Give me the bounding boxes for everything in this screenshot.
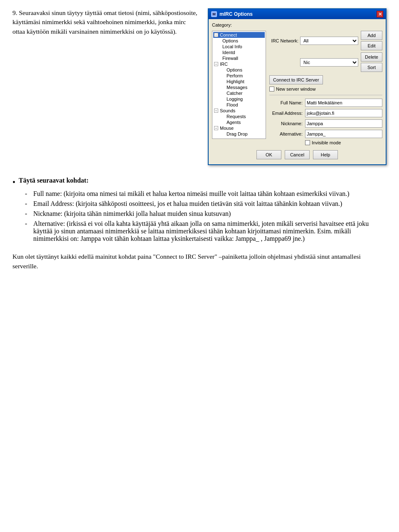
delete-button[interactable]: Delete <box>361 52 382 62</box>
expand-icon-sounds: − <box>214 109 218 113</box>
connect-irc-button[interactable]: Connect to IRC Server <box>269 75 323 84</box>
fullname-input[interactable] <box>305 99 382 107</box>
tree-item-flood[interactable]: Flood <box>213 102 265 108</box>
tree-item-logging[interactable]: Logging <box>213 96 265 102</box>
final-paragraph: Kun olet täyttänyt kaikki edellä mainitu… <box>12 252 387 271</box>
intro-text: Seuraavaksi sinun täytyy täyttää omat ti… <box>12 9 197 35</box>
bullet-section: • Täytä seuraavat kohdat: - Full name: (… <box>12 177 387 245</box>
invisible-checkbox[interactable] <box>305 140 310 145</box>
alternative-input[interactable] <box>305 130 382 138</box>
expand-icon-mouse: − <box>214 126 218 130</box>
main-area: − Connect Options Local Info Identd Fire… <box>212 31 382 145</box>
dash-item-fullname: - Full name: (kirjoita oma nimesi tai mi… <box>25 190 387 198</box>
dialog-footer: OK Cancel Help <box>212 148 382 161</box>
bullet-title-text: Täytä seuraavat kohdat: <box>19 177 387 184</box>
divider1 <box>269 95 382 95</box>
dash-marker-2: - <box>25 210 30 218</box>
top-buttons: Add Edit <box>361 31 382 50</box>
intro-paragraph: 9. Seuraavaksi sinun täytyy täyttää omat… <box>12 8 200 36</box>
right-panel: IRC Network: All Add Edit <box>269 31 382 145</box>
dash-text-2: Nickname: (kirjoita tähän nimimerkki jol… <box>33 210 231 218</box>
irc-network-label: IRC Network: <box>269 38 298 43</box>
tree-item-perform[interactable]: Perform <box>213 73 265 79</box>
tree-item-dragdrop[interactable]: Drag Drop <box>213 131 265 137</box>
tree-item-highlight[interactable]: Highlight <box>213 79 265 84</box>
add-button[interactable]: Add <box>361 31 382 40</box>
tree-item-requests[interactable]: Requests <box>213 114 265 119</box>
page-number: 9. <box>12 9 17 16</box>
nickname-row: Nickname: <box>269 119 382 128</box>
bullet-marker: • <box>12 177 15 188</box>
edit-button[interactable]: Edit <box>361 41 382 50</box>
close-button[interactable]: ✕ <box>377 11 383 17</box>
tree-item-identd[interactable]: Identd <box>213 49 265 55</box>
bullet-title-row: • Täytä seuraavat kohdat: <box>12 177 387 188</box>
dash-text-1: Email Address: (kirjoita sähköposti osoi… <box>33 200 342 208</box>
help-button[interactable]: Help <box>313 150 338 159</box>
dialog-title: mIRC Options <box>219 11 253 17</box>
nic-select[interactable]: Nic <box>300 58 358 67</box>
sort-button[interactable]: Sort <box>361 63 382 72</box>
dash-list: - Full name: (kirjoita oma nimesi tai mi… <box>25 190 387 242</box>
irc-network-row: IRC Network: All Add Edit <box>269 31 382 50</box>
dash-text-0: Full name: (kirjoita oma nimesi tai mikä… <box>33 190 350 198</box>
fullname-label: Full Name: <box>269 100 303 105</box>
tree-item-agents[interactable]: Agents <box>213 119 265 125</box>
tree-item-catcher[interactable]: Catcher <box>213 90 265 96</box>
alternative-label: Alternative: <box>269 131 303 136</box>
new-server-checkbox[interactable] <box>269 87 274 92</box>
invisible-row: Invisible mode <box>305 140 382 145</box>
tree-item-messages[interactable]: Messages <box>213 84 265 90</box>
tree-item-sounds[interactable]: − Sounds <box>213 108 265 114</box>
new-server-label: New server window <box>276 87 315 92</box>
ok-button[interactable]: OK <box>256 150 281 159</box>
dialog-icon: M <box>211 11 217 17</box>
dash-marker-3: - <box>25 220 30 242</box>
tree-item-localinfo[interactable]: Local Info <box>213 44 265 49</box>
connect-area: Connect to IRC Server <box>269 75 382 84</box>
dash-item-alternative: - Alternative: (irkissä ei voi olla kaht… <box>25 220 387 242</box>
dash-item-nickname: - Nickname: (kirjoita tähän nimimerkki j… <box>25 210 387 218</box>
dash-marker-0: - <box>25 190 30 198</box>
cancel-button[interactable]: Cancel <box>285 150 310 159</box>
tree-item-mouse[interactable]: − Mouse <box>213 125 265 131</box>
expand-icon: − <box>214 33 218 37</box>
top-section: 9. Seuraavaksi sinun täytyy täyttää omat… <box>12 8 387 165</box>
irc-network-select[interactable]: All <box>300 37 358 45</box>
nic-buttons: Delete Sort <box>361 52 382 72</box>
intro-text-block: 9. Seuraavaksi sinun täytyy täyttää omat… <box>12 8 200 165</box>
dialog-body: Category: − Connect Options Local Info I… <box>209 19 386 164</box>
bullet-title-bold: Täytä seuraavat kohdat: <box>19 177 89 184</box>
tree-item-irc-options[interactable]: Options <box>213 67 265 73</box>
nic-row: Nic Delete Sort <box>269 52 382 72</box>
titlebar-left: M mIRC Options <box>211 11 253 17</box>
mirc-options-dialog: M mIRC Options ✕ Category: − Connect <box>208 8 387 165</box>
email-row: Email Address: <box>269 109 382 117</box>
tree-item-irc[interactable]: − IRC <box>213 61 265 67</box>
category-label: Category: <box>212 22 382 27</box>
new-server-row: New server window <box>269 87 382 92</box>
fullname-row: Full Name: <box>269 99 382 107</box>
email-label: Email Address: <box>269 111 303 116</box>
category-tree[interactable]: − Connect Options Local Info Identd Fire… <box>212 31 266 139</box>
dialog-titlebar: M mIRC Options ✕ <box>209 9 386 19</box>
dash-text-3: Alternative: (irkissä ei voi olla kahta … <box>33 220 387 242</box>
page-content: 9. Seuraavaksi sinun täytyy täyttää omat… <box>12 8 387 271</box>
nickname-input[interactable] <box>305 119 382 128</box>
expand-icon-irc: − <box>214 62 218 66</box>
email-input[interactable] <box>305 109 382 117</box>
tree-item-options[interactable]: Options <box>213 38 265 44</box>
dash-marker-1: - <box>25 200 30 208</box>
invisible-label: Invisible mode <box>312 140 341 145</box>
tree-item-connect[interactable]: − Connect <box>213 32 265 38</box>
alternative-row: Alternative: <box>269 130 382 138</box>
dash-item-email: - Email Address: (kirjoita sähköposti os… <box>25 200 387 208</box>
tree-item-firewall[interactable]: Firewall <box>213 55 265 61</box>
nickname-label: Nickname: <box>269 121 303 126</box>
